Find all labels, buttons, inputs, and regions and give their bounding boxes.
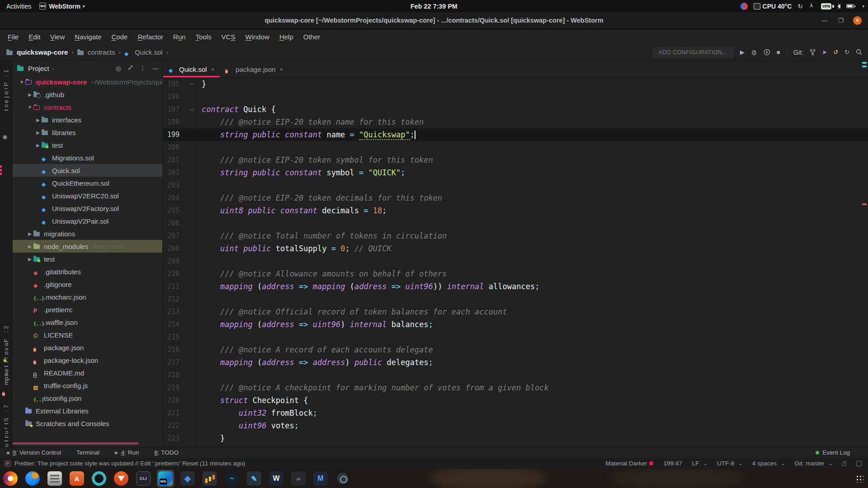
tree-item-package-lock.json[interactable]: npackage-lock.json — [13, 354, 162, 366]
theme-widget[interactable]: Material Darker — [605, 460, 653, 467]
git-branch-button[interactable] — [810, 49, 816, 56]
tree-item-test[interactable]: ▶test — [13, 139, 162, 151]
tree-item-.mocharc.json[interactable]: {..}.mocharc.json — [13, 291, 162, 303]
tree-item-Quick.sol[interactable]: ◆Quick.sol — [13, 164, 162, 177]
taskbar-app-m-app[interactable]: M — [312, 470, 329, 487]
collapsed-chevron-icon[interactable]: ▶ — [26, 92, 33, 97]
git-rollback-button[interactable]: ↺ — [833, 49, 838, 56]
git-update-button[interactable]: ↻ — [844, 49, 849, 56]
tree-item-README.md[interactable]: ≡README.md — [13, 366, 162, 379]
code-line-209[interactable]: 209 — [163, 255, 868, 267]
code-line-220[interactable]: 220struct Checkpoint { — [163, 394, 868, 407]
taskbar-app-brave[interactable] — [113, 470, 130, 487]
menu-item-tools[interactable]: Tools — [192, 32, 216, 42]
taskbar-app-blue-cube-app[interactable]: ◆ — [179, 470, 196, 487]
vpn-indicator[interactable]: VPN — [821, 3, 831, 9]
collapsed-chevron-icon[interactable]: ▶ — [34, 143, 42, 148]
code-line-204[interactable]: 204/// @notice EIP-20 token decimals for… — [163, 192, 868, 204]
taskbar-app-chart-app[interactable] — [201, 470, 218, 487]
taskbar-app-firefox[interactable] — [24, 470, 41, 487]
menu-item-file[interactable]: File — [4, 32, 23, 42]
taskbar-app-files[interactable] — [46, 470, 63, 487]
tree-item-UniswapV2Pair.sol[interactable]: ◆UniswapV2Pair.sol — [13, 215, 162, 227]
sidebar-item-project[interactable]: 1: Project — [0, 69, 12, 112]
debug-button[interactable] — [751, 49, 757, 56]
taskbar-app-lens-app[interactable] — [334, 470, 351, 487]
activities-button[interactable]: Activities — [6, 3, 31, 10]
tab-package.json[interactable]: npackage.json× — [220, 61, 288, 77]
sidebar-item-npm[interactable]: npm — [0, 372, 12, 385]
code-line-205[interactable]: 205uint8 public constant decimals = 18; — [163, 204, 868, 217]
hector-inspections-icon[interactable] — [856, 461, 862, 466]
code-line-198[interactable]: 198/// @notice EIP-20 token name for thi… — [163, 116, 868, 128]
menu-item-vcs[interactable]: VCS — [217, 32, 240, 42]
collapsed-chevron-icon[interactable]: ▶ — [26, 231, 33, 236]
network-indicator-icon[interactable] — [809, 4, 815, 9]
breadcrumb-item-Quick.sol[interactable]: ◆Quick.sol — [124, 48, 163, 56]
caret-position-widget[interactable]: 199:47 — [663, 460, 682, 467]
menu-item-view[interactable]: View — [46, 32, 69, 42]
indent-widget[interactable]: 4 spaces⌄ — [752, 460, 785, 467]
git-push-button[interactable]: ➤ — [822, 49, 827, 56]
taskbar-app-cli-terminal[interactable]: CLI — [135, 470, 152, 487]
tree-item-interfaces[interactable]: ▶interfaces — [13, 113, 162, 126]
tree-item-.waffle.json[interactable]: {..}.waffle.json — [13, 316, 162, 328]
stop-button[interactable]: ■ — [777, 49, 780, 56]
clock[interactable]: Feb 22 7:39 PM — [410, 3, 458, 10]
tab-Quick.sol[interactable]: ◆Quick.sol× — [163, 61, 220, 77]
collapsed-chevron-icon[interactable]: ▶ — [34, 117, 42, 122]
taskbar-app-dark-app[interactable]: ▰ — [290, 470, 307, 487]
collapsed-chevron-icon[interactable]: ▶ — [26, 244, 33, 249]
encoding-widget[interactable]: UTF-8⌄ — [717, 460, 742, 467]
code-line-216[interactable]: 216/// @notice A record of each accounts… — [163, 343, 868, 356]
tree-item-.gitattributes[interactable]: ◆.gitattributes — [13, 265, 162, 278]
tree-item-Scratches and Consoles[interactable]: Scratches and Consoles — [13, 417, 162, 430]
breadcrumb-item-contracts[interactable]: contracts — [77, 48, 115, 56]
toolwindow-button-9-Version-Control[interactable]: ◆9: Version Control — [6, 449, 61, 456]
tree-item-QuickEthereum.sol[interactable]: ◆QuickEthereum.sol — [13, 177, 162, 189]
event-log-button[interactable]: Event Log — [816, 449, 850, 456]
menu-item-run[interactable]: Run — [169, 32, 190, 42]
line-ending-widget[interactable]: LF⌄ — [692, 460, 707, 467]
code-line-202[interactable]: 202string public constant symbol = "QUIC… — [163, 166, 868, 179]
sync-indicator-icon[interactable]: ↻ — [797, 3, 803, 10]
code-line-223[interactable]: 223} — [163, 432, 868, 445]
tree-item-tsconfig.json[interactable]: {..}tsconfig.json — [13, 392, 162, 404]
menu-item-help[interactable]: Help — [275, 32, 297, 42]
menu-item-edit[interactable]: Edit — [24, 32, 44, 42]
taskbar-app-w-app[interactable]: W — [268, 470, 285, 487]
notification-indicator-icon[interactable] — [741, 3, 748, 10]
status-message[interactable]: P Prettier: The project code style was u… — [0, 460, 245, 467]
code-line-213[interactable]: 213/// @notice Official record of token … — [163, 305, 868, 318]
tree-item-test[interactable]: ▶test — [13, 253, 162, 265]
tree-item-UniswapV2Factory.sol[interactable]: ◆UniswapV2Factory.sol — [13, 202, 162, 215]
code-line-201[interactable]: 201/// @notice EIP-20 token symbol for t… — [163, 154, 868, 166]
toolwindow-button-6-TODO[interactable]: 6: TODO — [155, 449, 179, 456]
menu-item-other[interactable]: Other — [299, 32, 325, 42]
git-branch-widget[interactable]: Git: master⌄ — [794, 460, 832, 467]
code-line-222[interactable]: 222uint96 votes; — [163, 419, 868, 432]
menu-item-window[interactable]: Window — [241, 32, 274, 42]
toolwindow-button-Terminal[interactable]: Terminal — [76, 449, 99, 456]
code-line-195[interactable]: 195} — [163, 78, 868, 90]
taskbar-app-teal-ring-app[interactable] — [90, 470, 108, 487]
code-line-211[interactable]: 211mapping (address => mapping (address … — [163, 280, 868, 293]
system-menu-chevron-icon[interactable]: ▾ — [862, 4, 864, 9]
taskbar-app-ubuntu-launcher[interactable] — [2, 470, 19, 487]
taskbar-app-webstorm[interactable] — [157, 470, 174, 487]
code-line-210[interactable]: 210/// @notice Allowance amounts on beha… — [163, 267, 868, 280]
code-line-221[interactable]: 221uint32 fromBlock; — [163, 407, 868, 419]
toolwindow-button-4-Run[interactable]: ▶4: Run — [115, 449, 139, 456]
tree-item-truffle-config.js[interactable]: JStruffle-config.js — [13, 379, 162, 392]
tree-item-.github[interactable]: ▶.github — [13, 88, 162, 101]
code-line-207[interactable]: 207/// @notice Total number of tokens in… — [163, 230, 868, 242]
tree-item-Migrations.sol[interactable]: ◆Migrations.sol — [13, 151, 162, 164]
code-line-219[interactable]: 219/// @notice A checkpoint for marking … — [163, 381, 868, 394]
tree-item-quickswap-core[interactable]: ▼quickswap-core~/WebstormProjects/quick — [13, 75, 162, 88]
menu-item-refactor[interactable]: Refactor — [133, 32, 167, 42]
tree-item-UniswapV2ERC20.sol[interactable]: ◆UniswapV2ERC20.sol — [13, 189, 162, 202]
expanded-chevron-icon[interactable]: ▼ — [26, 105, 33, 110]
collapsed-chevron-icon[interactable]: ▶ — [34, 130, 42, 135]
options-kebab-icon[interactable]: ⋮ — [140, 65, 146, 72]
readonly-lock-icon[interactable] — [842, 463, 846, 466]
